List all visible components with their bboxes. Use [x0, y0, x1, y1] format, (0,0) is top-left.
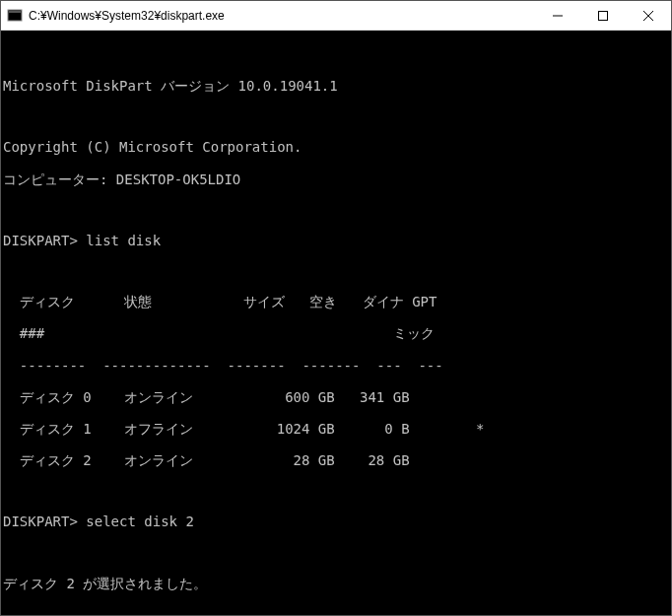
- table-row: ディスク 0 オンライン 600 GB 341 GB: [3, 389, 669, 405]
- svg-rect-3: [599, 11, 608, 20]
- prompt-list-disk: DISKPART> list disk: [3, 233, 669, 248]
- svg-rect-1: [9, 11, 21, 13]
- app-icon: [7, 8, 23, 24]
- table-header-1: ディスク 状態 サイズ 空き ダイナ GPT: [3, 294, 669, 309]
- window-controls: [535, 1, 671, 30]
- maximize-button[interactable]: [580, 1, 626, 30]
- table-row: ディスク 1 オフライン 1024 GB 0 B *: [3, 421, 669, 437]
- close-button[interactable]: [626, 1, 671, 30]
- table-row: ディスク 2 オンライン 28 GB 28 GB: [3, 452, 669, 468]
- minimize-button[interactable]: [535, 1, 580, 30]
- window-title: C:¥Windows¥System32¥diskpart.exe: [29, 9, 535, 23]
- copyright-line: Copyright (C) Microsoft Corporation.: [3, 139, 669, 155]
- titlebar[interactable]: C:¥Windows¥System32¥diskpart.exe: [1, 1, 671, 31]
- table-separator: -------- ------------- ------- ------- -…: [3, 358, 669, 374]
- prompt-select-disk: DISKPART> select disk 2: [3, 513, 669, 529]
- diskpart-window: C:¥Windows¥System32¥diskpart.exe Microso…: [0, 0, 672, 616]
- computer-line: コンピューター: DESKTOP-OK5LDIO: [3, 171, 669, 187]
- version-line: Microsoft DiskPart バージョン 10.0.19041.1: [3, 78, 669, 94]
- terminal-output[interactable]: Microsoft DiskPart バージョン 10.0.19041.1 Co…: [1, 31, 671, 615]
- table-header-2: ### ミック: [3, 325, 669, 341]
- msg-disk-selected: ディスク 2 が選択されました。: [3, 576, 669, 591]
